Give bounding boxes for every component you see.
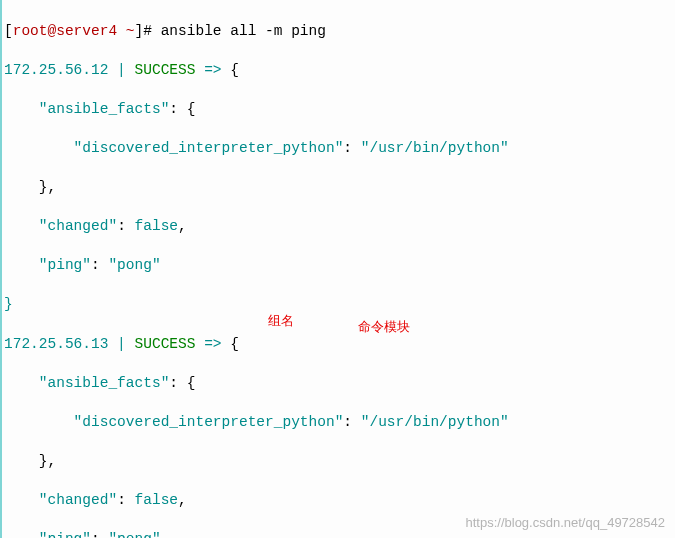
sep: : — [117, 492, 134, 508]
host-ip: 172.25.56.12 — [4, 62, 108, 78]
output-line: "ansible_facts": { — [4, 374, 671, 394]
json-val: "pong" — [108, 257, 160, 273]
sep: : — [343, 140, 360, 156]
output-host-line: 172.25.56.13 | SUCCESS => { — [4, 335, 671, 355]
comma: , — [178, 492, 187, 508]
sep: : { — [169, 375, 195, 391]
json-key: "ansible_facts" — [4, 101, 169, 117]
json-val: "/usr/bin/python" — [361, 140, 509, 156]
annotation-cmd-module: 命令模块 — [358, 318, 410, 336]
sep: : — [91, 531, 108, 538]
arrow: => — [195, 336, 230, 352]
output-line: } — [4, 295, 671, 315]
bracket-open: [ — [4, 23, 13, 39]
output-line: "ping": "pong" — [4, 256, 671, 276]
json-key: "discovered_interpreter_python" — [4, 414, 343, 430]
host-ip: 172.25.56.13 — [4, 336, 108, 352]
sep: : — [343, 414, 360, 430]
arrow: => — [195, 62, 230, 78]
pipe: | — [108, 336, 134, 352]
prompt-line-1: [root@server4 ~]# ansible all -m ping — [4, 22, 671, 42]
scroll-artifact — [0, 0, 2, 538]
json-key: "ansible_facts" — [4, 375, 169, 391]
json-key: "discovered_interpreter_python" — [4, 140, 343, 156]
output-line: }, — [4, 452, 671, 472]
comma: , — [178, 218, 187, 234]
output-line: "discovered_interpreter_python": "/usr/b… — [4, 413, 671, 433]
brace: { — [230, 336, 239, 352]
json-key: "changed" — [4, 492, 117, 508]
success-text: SUCCESS — [135, 336, 196, 352]
json-val: false — [135, 218, 179, 234]
brace: { — [230, 62, 239, 78]
json-key: "ping" — [4, 257, 91, 273]
output-line: "changed": false, — [4, 491, 671, 511]
success-text: SUCCESS — [135, 62, 196, 78]
prompt-userhost: root@server4 ~ — [13, 23, 135, 39]
output-host-line: 172.25.56.12 | SUCCESS => { — [4, 61, 671, 81]
bracket-close: ]# — [135, 23, 152, 39]
pipe: | — [108, 62, 134, 78]
terminal-output: [root@server4 ~]# ansible all -m ping 17… — [4, 2, 671, 538]
json-val: false — [135, 492, 179, 508]
sep: : — [91, 257, 108, 273]
json-val: "pong" — [108, 531, 160, 538]
watermark: https://blog.csdn.net/qq_49728542 — [466, 514, 666, 532]
sep: : { — [169, 101, 195, 117]
sep: : — [117, 218, 134, 234]
annotation-group-name: 组名 — [268, 312, 294, 330]
json-val: "/usr/bin/python" — [361, 414, 509, 430]
json-key: "ping" — [4, 531, 91, 538]
command-text: ansible all -m ping — [161, 23, 326, 39]
json-key: "changed" — [4, 218, 117, 234]
output-line: "discovered_interpreter_python": "/usr/b… — [4, 139, 671, 159]
output-line: "changed": false, — [4, 217, 671, 237]
output-line: "ansible_facts": { — [4, 100, 671, 120]
output-line: }, — [4, 178, 671, 198]
